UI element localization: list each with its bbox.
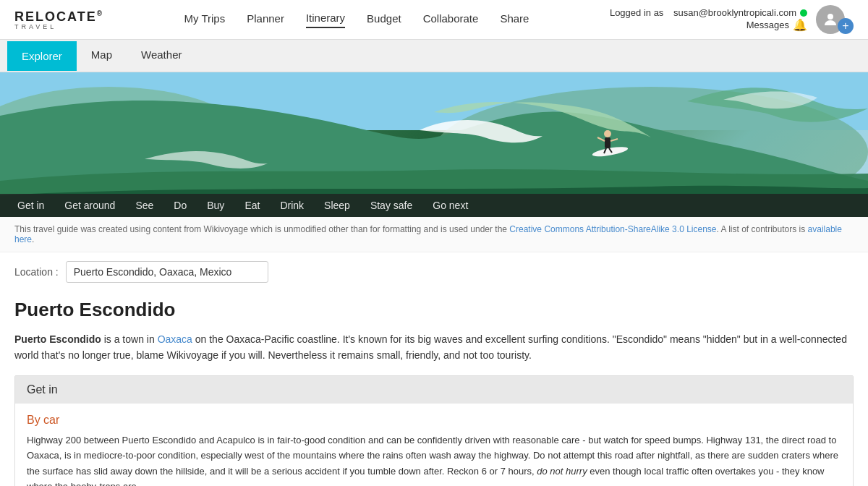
by-car-text: Highway 200 between Puerto Escondido and…	[27, 432, 841, 486]
by-car-title: By car	[27, 414, 841, 427]
add-profile-button[interactable]: +	[838, 18, 854, 34]
quick-nav-sleep[interactable]: Sleep	[314, 194, 360, 217]
nav-itinerary[interactable]: Itinerary	[306, 12, 345, 28]
quick-nav-eat[interactable]: Eat	[234, 194, 270, 217]
main-nav: My Trips Planner Itinerary Budget Collab…	[184, 12, 529, 28]
quick-nav-stay-safe[interactable]: Stay safe	[360, 194, 422, 217]
tab-map[interactable]: Map	[77, 40, 127, 72]
nav-share[interactable]: Share	[500, 12, 529, 27]
header-right: Logged in as susan@brooklyntropicali.com…	[610, 5, 854, 34]
quick-nav-drink[interactable]: Drink	[270, 194, 314, 217]
license-link[interactable]: Creative Commons Attribution-ShareAlike …	[509, 224, 716, 234]
user-email-row: Logged in as susan@brooklyntropicali.com	[610, 7, 807, 18]
nav-collaborate[interactable]: Collaborate	[423, 12, 479, 27]
tab-weather[interactable]: Weather	[127, 40, 196, 72]
quick-nav: Get in Get around See Do Buy Eat Drink S…	[0, 194, 868, 217]
svg-point-6	[604, 130, 611, 137]
attribution-prefix: This travel guide was created using cont…	[14, 224, 509, 234]
page-title: Puerto Escondido	[14, 299, 854, 321]
svg-rect-5	[605, 137, 610, 148]
oaxaca-link[interactable]: Oaxaca	[158, 333, 192, 345]
quick-nav-see[interactable]: See	[125, 194, 163, 217]
svg-point-0	[827, 14, 833, 20]
logo-sub: TRAVEL	[14, 23, 103, 30]
tab-explorer[interactable]: Explorer	[7, 41, 77, 71]
get-in-section: Get in By car Highway 200 between Puerto…	[14, 375, 854, 486]
attribution-bar: This travel guide was created using cont…	[0, 217, 868, 252]
user-email: susan@brooklyntropicali.com	[673, 7, 796, 18]
logged-in-label: Logged in as	[610, 7, 663, 18]
quick-nav-buy[interactable]: Buy	[197, 194, 234, 217]
section-header-get-in: Get in	[15, 376, 853, 404]
nav-budget[interactable]: Budget	[367, 12, 401, 27]
quick-nav-do[interactable]: Do	[163, 194, 197, 217]
tab-bar: Explorer Map Weather	[0, 40, 868, 72]
online-indicator	[800, 9, 807, 17]
hero-image: Get in Get around See Do Buy Eat Drink S…	[0, 72, 868, 217]
main-content: Puerto Escondido Puerto Escondido is a t…	[0, 291, 868, 486]
logo: RELOCATE® TRAVEL	[14, 9, 103, 30]
bell-icon[interactable]: 🔔	[793, 18, 807, 32]
section-body-get-in: By car Highway 200 between Puerto Escond…	[15, 404, 853, 486]
nav-planner[interactable]: Planner	[247, 12, 284, 27]
attribution-middle: . A list of contributors is	[717, 224, 808, 234]
location-row: Location :	[0, 252, 868, 291]
logo-text: RELOCATE®	[14, 9, 103, 24]
intro-bold: Puerto Escondido	[14, 333, 101, 345]
location-input[interactable]	[66, 261, 268, 283]
nav-my-trips[interactable]: My Trips	[184, 12, 226, 27]
location-label: Location :	[14, 266, 59, 278]
app-header: RELOCATE® TRAVEL My Trips Planner Itiner…	[0, 0, 868, 40]
messages-row: Messages 🔔	[610, 18, 807, 32]
intro-paragraph: Puerto Escondido is a town in Oaxaca on …	[14, 331, 854, 364]
quick-nav-get-in[interactable]: Get in	[7, 194, 54, 217]
quick-nav-get-around[interactable]: Get around	[54, 194, 125, 217]
messages-label[interactable]: Messages	[746, 20, 789, 30]
quick-nav-go-next[interactable]: Go next	[422, 194, 478, 217]
user-info: Logged in as susan@brooklyntropicali.com…	[610, 7, 807, 32]
attribution-suffix: .	[32, 234, 34, 244]
